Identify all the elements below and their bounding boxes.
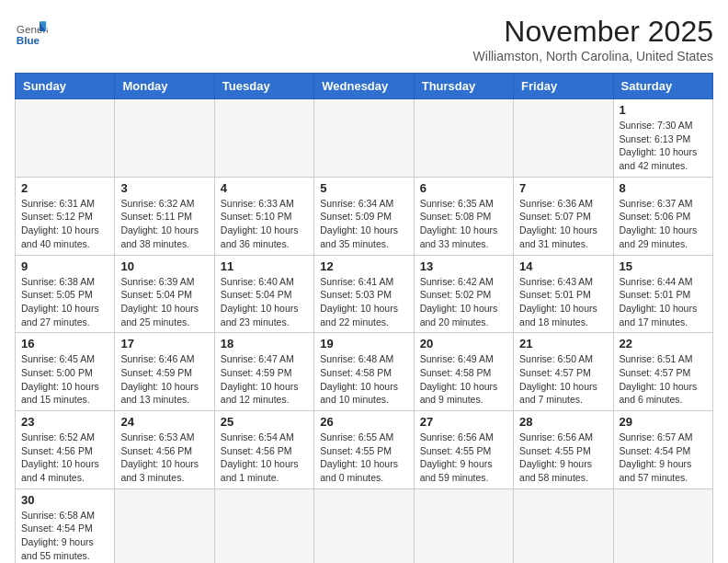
day-number: 3 <box>120 181 208 195</box>
month-title: November 2025 <box>473 15 713 49</box>
day-info: Sunrise: 6:31 AM Sunset: 5:12 PM Dayligh… <box>21 197 108 251</box>
day-info: Sunrise: 6:45 AM Sunset: 5:00 PM Dayligh… <box>21 352 108 407</box>
calendar-day-cell: 24Sunrise: 6:53 AM Sunset: 4:56 PM Dayli… <box>115 411 214 489</box>
day-info: Sunrise: 6:54 AM Sunset: 4:56 PM Dayligh… <box>221 431 308 485</box>
day-number: 24 <box>120 415 208 429</box>
day-number: 19 <box>320 337 407 350</box>
page-header: General Blue November 2025 Williamston, … <box>15 15 713 63</box>
svg-text:Blue: Blue <box>17 34 40 46</box>
day-info: Sunrise: 6:44 AM Sunset: 5:01 PM Dayligh… <box>620 275 707 329</box>
calendar-day-cell: 18Sunrise: 6:47 AM Sunset: 4:59 PM Dayli… <box>214 333 313 411</box>
calendar-day-cell: 12Sunrise: 6:41 AM Sunset: 5:03 PM Dayli… <box>314 255 414 333</box>
calendar-day-cell: 25Sunrise: 6:54 AM Sunset: 4:56 PM Dayli… <box>214 411 313 489</box>
calendar-day-cell <box>613 488 712 563</box>
day-info: Sunrise: 6:56 AM Sunset: 4:55 PM Dayligh… <box>420 431 507 485</box>
day-info: Sunrise: 6:43 AM Sunset: 5:01 PM Dayligh… <box>519 275 607 329</box>
calendar-day-cell: 21Sunrise: 6:50 AM Sunset: 4:57 PM Dayli… <box>514 333 613 411</box>
day-number: 26 <box>320 415 407 429</box>
day-info: Sunrise: 6:40 AM Sunset: 5:04 PM Dayligh… <box>221 275 308 329</box>
calendar-day-cell: 3Sunrise: 6:32 AM Sunset: 5:11 PM Daylig… <box>115 177 214 255</box>
day-number: 25 <box>221 415 308 429</box>
day-number: 8 <box>620 181 707 195</box>
day-number: 17 <box>120 337 208 350</box>
day-info: Sunrise: 6:52 AM Sunset: 4:56 PM Dayligh… <box>21 431 108 485</box>
day-number: 11 <box>221 259 308 273</box>
day-number: 14 <box>519 259 607 273</box>
day-number: 13 <box>420 259 507 273</box>
calendar-day-cell: 26Sunrise: 6:55 AM Sunset: 4:55 PM Dayli… <box>314 411 414 489</box>
day-info: Sunrise: 6:38 AM Sunset: 5:05 PM Dayligh… <box>21 275 108 329</box>
day-info: Sunrise: 6:47 AM Sunset: 4:59 PM Dayligh… <box>221 352 308 407</box>
calendar-day-cell: 23Sunrise: 6:52 AM Sunset: 4:56 PM Dayli… <box>16 411 115 489</box>
calendar-day-cell: 15Sunrise: 6:44 AM Sunset: 5:01 PM Dayli… <box>613 255 712 333</box>
day-number: 30 <box>21 493 108 507</box>
day-number: 28 <box>519 415 607 429</box>
logo: General Blue <box>15 15 48 48</box>
calendar-day-cell: 22Sunrise: 6:51 AM Sunset: 4:57 PM Dayli… <box>613 333 712 411</box>
day-number: 5 <box>320 181 407 195</box>
day-number: 15 <box>620 259 707 273</box>
logo-icon: General Blue <box>15 15 48 48</box>
calendar-day-cell <box>214 99 313 178</box>
calendar-day-cell <box>414 99 513 178</box>
calendar-table: SundayMondayTuesdayWednesdayThursdayFrid… <box>15 73 713 563</box>
day-number: 18 <box>221 337 308 350</box>
day-number: 1 <box>620 103 707 117</box>
day-number: 29 <box>620 415 707 429</box>
calendar-day-cell: 7Sunrise: 6:36 AM Sunset: 5:07 PM Daylig… <box>514 177 613 255</box>
day-info: Sunrise: 6:39 AM Sunset: 5:04 PM Dayligh… <box>120 275 208 329</box>
day-info: Sunrise: 6:37 AM Sunset: 5:06 PM Dayligh… <box>620 197 707 251</box>
location: Williamston, North Carolina, United Stat… <box>473 49 713 63</box>
day-info: Sunrise: 6:55 AM Sunset: 4:55 PM Dayligh… <box>320 431 407 485</box>
title-area: November 2025 Williamston, North Carolin… <box>473 15 713 63</box>
day-number: 21 <box>519 337 607 350</box>
day-info: Sunrise: 6:41 AM Sunset: 5:03 PM Dayligh… <box>320 275 407 329</box>
day-info: Sunrise: 6:36 AM Sunset: 5:07 PM Dayligh… <box>519 197 607 251</box>
calendar-day-cell: 2Sunrise: 6:31 AM Sunset: 5:12 PM Daylig… <box>16 177 115 255</box>
calendar-day-cell: 19Sunrise: 6:48 AM Sunset: 4:58 PM Dayli… <box>314 333 414 411</box>
calendar-day-cell <box>314 99 414 178</box>
day-number: 4 <box>221 181 308 195</box>
calendar-day-cell <box>115 488 214 563</box>
weekday-header-saturday: Saturday <box>613 74 712 99</box>
day-info: Sunrise: 6:53 AM Sunset: 4:56 PM Dayligh… <box>120 431 208 485</box>
day-number: 16 <box>21 337 108 350</box>
calendar-day-cell <box>115 99 214 178</box>
weekday-header-tuesday: Tuesday <box>214 74 313 99</box>
day-number: 2 <box>21 181 108 195</box>
calendar-week-row: 30Sunrise: 6:58 AM Sunset: 4:54 PM Dayli… <box>16 488 713 563</box>
day-info: Sunrise: 6:32 AM Sunset: 5:11 PM Dayligh… <box>120 197 208 251</box>
day-info: Sunrise: 6:50 AM Sunset: 4:57 PM Dayligh… <box>519 352 607 407</box>
calendar-day-cell: 6Sunrise: 6:35 AM Sunset: 5:08 PM Daylig… <box>414 177 513 255</box>
calendar-day-cell: 17Sunrise: 6:46 AM Sunset: 4:59 PM Dayli… <box>115 333 214 411</box>
calendar-day-cell: 9Sunrise: 6:38 AM Sunset: 5:05 PM Daylig… <box>16 255 115 333</box>
day-info: Sunrise: 6:49 AM Sunset: 4:58 PM Dayligh… <box>420 352 507 407</box>
day-number: 12 <box>320 259 407 273</box>
weekday-header-friday: Friday <box>514 74 613 99</box>
calendar-day-cell: 4Sunrise: 6:33 AM Sunset: 5:10 PM Daylig… <box>214 177 313 255</box>
weekday-header-wednesday: Wednesday <box>314 74 414 99</box>
calendar-day-cell: 10Sunrise: 6:39 AM Sunset: 5:04 PM Dayli… <box>115 255 214 333</box>
day-number: 10 <box>120 259 208 273</box>
day-info: Sunrise: 6:34 AM Sunset: 5:09 PM Dayligh… <box>320 197 407 251</box>
calendar-day-cell <box>16 99 115 178</box>
day-info: Sunrise: 6:51 AM Sunset: 4:57 PM Dayligh… <box>620 352 707 407</box>
day-info: Sunrise: 6:35 AM Sunset: 5:08 PM Dayligh… <box>420 197 507 251</box>
weekday-header-row: SundayMondayTuesdayWednesdayThursdayFrid… <box>16 74 713 99</box>
day-number: 23 <box>21 415 108 429</box>
calendar-day-cell <box>514 488 613 563</box>
calendar-day-cell: 16Sunrise: 6:45 AM Sunset: 5:00 PM Dayli… <box>16 333 115 411</box>
day-info: Sunrise: 6:48 AM Sunset: 4:58 PM Dayligh… <box>320 352 407 407</box>
weekday-header-thursday: Thursday <box>414 74 513 99</box>
calendar-week-row: 23Sunrise: 6:52 AM Sunset: 4:56 PM Dayli… <box>16 411 713 489</box>
day-info: Sunrise: 6:33 AM Sunset: 5:10 PM Dayligh… <box>221 197 308 251</box>
calendar-week-row: 2Sunrise: 6:31 AM Sunset: 5:12 PM Daylig… <box>16 177 713 255</box>
calendar-day-cell <box>514 99 613 178</box>
calendar-day-cell: 28Sunrise: 6:56 AM Sunset: 4:55 PM Dayli… <box>514 411 613 489</box>
calendar-week-row: 16Sunrise: 6:45 AM Sunset: 5:00 PM Dayli… <box>16 333 713 411</box>
weekday-header-sunday: Sunday <box>16 74 115 99</box>
calendar-day-cell: 20Sunrise: 6:49 AM Sunset: 4:58 PM Dayli… <box>414 333 513 411</box>
calendar-week-row: 1Sunrise: 7:30 AM Sunset: 6:13 PM Daylig… <box>16 99 713 178</box>
calendar-day-cell: 1Sunrise: 7:30 AM Sunset: 6:13 PM Daylig… <box>613 99 712 178</box>
day-info: Sunrise: 6:57 AM Sunset: 4:54 PM Dayligh… <box>620 431 707 485</box>
